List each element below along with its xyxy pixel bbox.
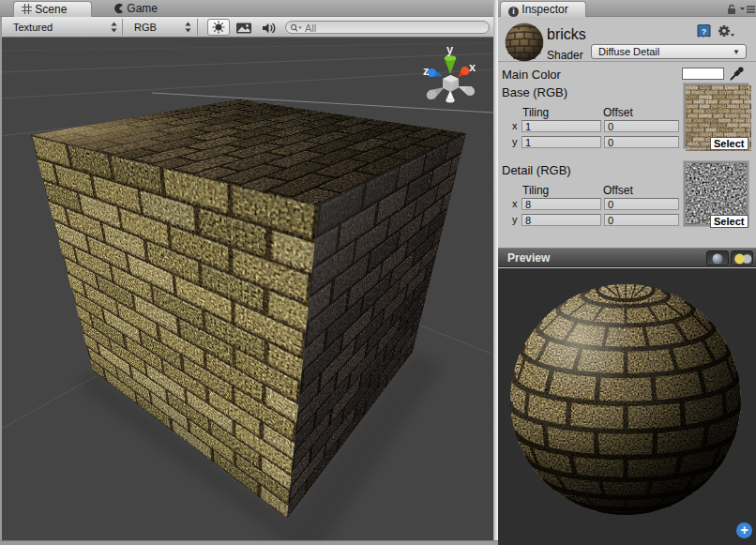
svg-text:?: ? bbox=[702, 27, 707, 37]
svg-text:z: z bbox=[423, 64, 430, 78]
svg-text:y: y bbox=[446, 42, 454, 56]
svg-text:x: x bbox=[469, 60, 476, 74]
